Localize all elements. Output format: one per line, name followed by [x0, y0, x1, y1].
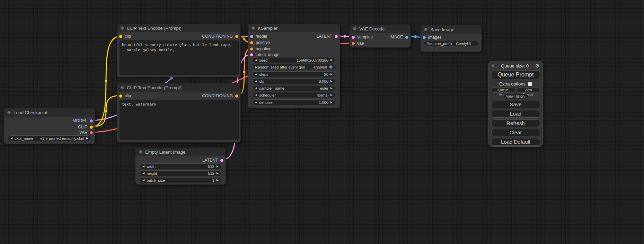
- widget-label: height: [147, 171, 157, 175]
- refresh-button[interactable]: Refresh: [492, 119, 540, 127]
- increment-arrow-icon[interactable]: ▶: [217, 179, 219, 182]
- extra-options-checkbox[interactable]: [528, 82, 532, 86]
- node-titlebar[interactable]: Save Image: [421, 25, 482, 34]
- increment-arrow-icon[interactable]: ▶: [330, 73, 333, 76]
- wire-midpoint-dot: [414, 35, 417, 38]
- input-slot-negative: negative: [248, 46, 340, 52]
- conditioning-slot-dot[interactable]: [250, 41, 253, 44]
- vae-slot-dot[interactable]: [352, 42, 355, 45]
- increment-arrow-icon[interactable]: ▶: [86, 137, 88, 140]
- widget-filename-prefix[interactable]: filename_prefix ComfyUI: [424, 41, 478, 46]
- increment-arrow-icon[interactable]: ▶: [330, 87, 333, 90]
- queue-prompt-button[interactable]: Queue Prompt: [492, 70, 540, 79]
- latent-slot-dot[interactable]: [335, 35, 338, 38]
- node-titlebar[interactable]: Load Checkpoint: [4, 108, 95, 117]
- negative-prompt-textarea[interactable]: text, watermark: [120, 100, 239, 140]
- decrement-arrow-icon[interactable]: ◀: [142, 179, 144, 182]
- random-seed-toggle-knob[interactable]: [329, 65, 333, 69]
- latent-slot-dot[interactable]: [220, 159, 223, 162]
- increment-arrow-icon[interactable]: ▶: [330, 94, 333, 97]
- decrement-arrow-icon[interactable]: ◀: [255, 94, 257, 97]
- node-vae-decode[interactable]: VAE Decode samples IMAGE vae: [349, 24, 411, 48]
- collapse-dot[interactable]: [7, 111, 11, 114]
- image-slot-dot[interactable]: [405, 36, 408, 39]
- load-button[interactable]: Load: [492, 110, 540, 118]
- widget-steps[interactable]: ◀ steps 20 ▶: [252, 71, 335, 77]
- node-title-text: Load Checkpoint: [14, 110, 47, 115]
- widget-random-seed[interactable]: Random seed after every gen enabled: [252, 64, 335, 70]
- decrement-arrow-icon[interactable]: ◀: [255, 80, 257, 83]
- increment-arrow-icon[interactable]: ▶: [217, 172, 219, 175]
- view-history-button[interactable]: View History: [503, 94, 528, 99]
- widget-batch-size[interactable]: ◀ batch_size 1 ▶: [140, 177, 221, 183]
- collapse-dot[interactable]: [139, 150, 142, 154]
- graph-canvas[interactable]: Load Checkpoint MODEL CLIP VAE ◀ ckpt_na…: [0, 0, 644, 244]
- increment-arrow-icon[interactable]: ▶: [217, 165, 219, 168]
- increment-arrow-icon[interactable]: ▶: [330, 101, 333, 104]
- image-slot-dot[interactable]: [423, 36, 426, 39]
- widget-cfg[interactable]: ◀ cfg 8.000 ▶: [252, 78, 335, 84]
- widget-seed[interactable]: ◀ seed 156680208700286 ▶: [252, 57, 335, 63]
- latent-slot-dot[interactable]: [250, 53, 253, 56]
- latent-slot-dot[interactable]: [352, 36, 355, 39]
- clip-slot-dot[interactable]: [119, 94, 122, 98]
- node-clip-text-encode-positive[interactable]: CLIP Text Encode (Prompt) clip CONDITION…: [117, 24, 241, 77]
- vae-slot-dot[interactable]: [90, 131, 93, 134]
- decrement-arrow-icon[interactable]: ◀: [255, 101, 257, 104]
- model-slot-dot[interactable]: [250, 35, 253, 38]
- widget-width[interactable]: ◀ width 512 ▶: [140, 163, 221, 169]
- node-ksampler[interactable]: KSampler model LATENT positive negative: [248, 24, 340, 108]
- collapse-dot[interactable]: [424, 28, 427, 31]
- widget-label: width: [147, 164, 156, 169]
- widget-label: batch_size: [147, 178, 165, 182]
- node-titlebar[interactable]: CLIP Text Encode (Prompt): [117, 24, 240, 32]
- widget-denoise[interactable]: ◀ denoise 1.000 ▶: [252, 99, 335, 105]
- node-titlebar[interactable]: CLIP Text Encode (Prompt): [117, 83, 240, 92]
- conditioning-slot-dot[interactable]: [250, 47, 253, 51]
- input-slot-vae: vae: [350, 40, 411, 46]
- decrement-arrow-icon[interactable]: ◀: [142, 172, 144, 175]
- conditioning-slot-dot[interactable]: [235, 35, 238, 38]
- widget-scheduler[interactable]: ◀ scheduler normal ▶: [252, 92, 335, 98]
- widget-sampler-name[interactable]: ◀ sampler_name euler ▶: [252, 85, 335, 91]
- collapse-dot[interactable]: [353, 27, 356, 30]
- decrement-arrow-icon[interactable]: ◀: [255, 87, 257, 90]
- node-save-image[interactable]: Save Image images filename_prefix ComfyU…: [420, 25, 482, 52]
- node-titlebar[interactable]: Empty Latent Image: [135, 148, 226, 156]
- extra-options-label: Extra options: [499, 81, 526, 87]
- queue-front-button[interactable]: Queue Front: [492, 88, 515, 93]
- node-titlebar[interactable]: VAE Decode: [350, 25, 411, 33]
- collapse-dot[interactable]: [252, 26, 255, 30]
- model-slot-dot[interactable]: [90, 119, 93, 123]
- slot-row: model LATENT: [248, 33, 340, 39]
- drag-handle-icon[interactable]: ⠿: [492, 63, 495, 68]
- collapse-dot[interactable]: [121, 26, 124, 30]
- decrement-arrow-icon[interactable]: ◀: [255, 73, 257, 76]
- input-label: clip: [125, 34, 131, 39]
- widget-value: enabled: [314, 65, 327, 69]
- decrement-arrow-icon[interactable]: ◀: [255, 59, 257, 62]
- node-titlebar[interactable]: KSampler: [248, 24, 340, 32]
- decrement-arrow-icon[interactable]: ◀: [10, 137, 12, 140]
- widget-value: normal: [317, 93, 328, 97]
- positive-prompt-textarea[interactable]: beautiful scenery nature glass bottle la…: [120, 40, 239, 75]
- node-empty-latent-image[interactable]: Empty Latent Image LATENT ◀ width 512 ▶ …: [135, 147, 226, 185]
- settings-gear-icon[interactable]: ⚙: [535, 63, 540, 69]
- increment-arrow-icon[interactable]: ▶: [330, 59, 333, 62]
- view-queue-button[interactable]: View Queue: [517, 88, 540, 93]
- save-button[interactable]: Save: [492, 101, 540, 108]
- main-menu-panel: ⠿ Queue size: 0 ⚙ Queue Prompt Extra opt…: [488, 61, 543, 147]
- widget-ckpt-name[interactable]: ◀ ckpt_name v1-5-pruned-emaonly.ckpt ▶: [8, 135, 91, 141]
- clip-slot-dot[interactable]: [90, 126, 93, 129]
- conditioning-slot-dot[interactable]: [235, 94, 238, 98]
- widget-height[interactable]: ◀ height 512 ▶: [140, 170, 221, 176]
- collapse-dot[interactable]: [121, 86, 124, 89]
- node-clip-text-encode-negative[interactable]: CLIP Text Encode (Prompt) clip CONDITION…: [117, 83, 241, 143]
- load-default-button[interactable]: Load Default: [492, 138, 540, 146]
- clip-slot-dot[interactable]: [119, 35, 122, 38]
- increment-arrow-icon[interactable]: ▶: [330, 80, 333, 83]
- clear-button[interactable]: Clear: [492, 129, 540, 136]
- extra-options-row: Extra options: [499, 81, 532, 87]
- decrement-arrow-icon[interactable]: ◀: [142, 165, 144, 168]
- node-load-checkpoint[interactable]: Load Checkpoint MODEL CLIP VAE ◀ ckpt_na…: [3, 108, 95, 144]
